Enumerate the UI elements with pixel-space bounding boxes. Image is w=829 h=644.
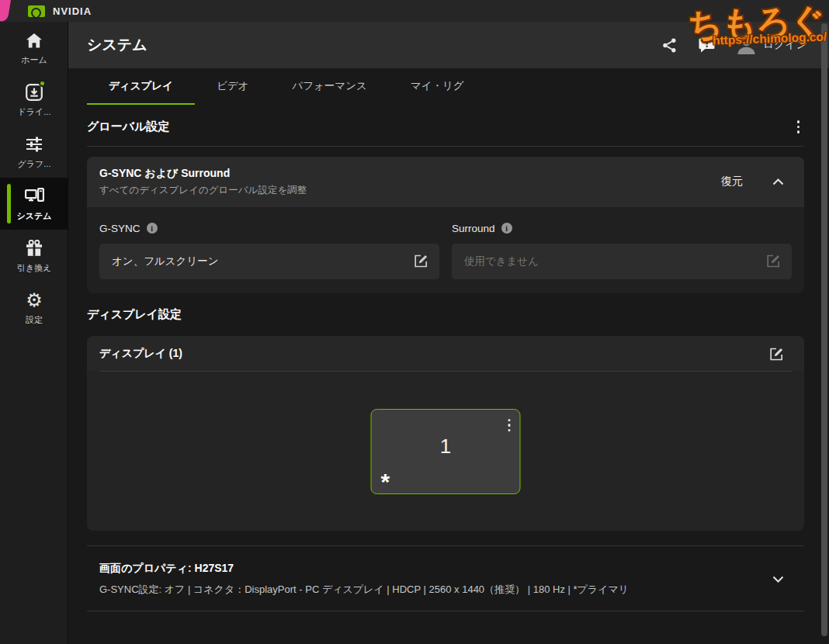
chevron-up-icon[interactable] xyxy=(772,178,784,185)
main-content: ディスプレイ ビデオ パフォーマンス マイ・リグ グローバル設定 G-SYNC … xyxy=(68,68,829,644)
home-icon xyxy=(26,31,42,50)
redeem-icon xyxy=(26,239,43,258)
scrollbar-thumb[interactable] xyxy=(821,23,827,636)
sidebar-item-label: グラフ... xyxy=(18,158,51,170)
section-title: ディスプレイ設定 xyxy=(87,307,182,322)
active-indicator xyxy=(7,184,11,223)
system-icon xyxy=(25,187,44,206)
settings-icon: ⚙ xyxy=(26,291,43,310)
monitor-number: 1 xyxy=(372,435,520,459)
gsync-surround-card-body: G-SYNC i オン、フルスクリーン Surround i xyxy=(87,207,804,293)
sidebar-item-home[interactable]: ホーム xyxy=(0,22,68,74)
info-icon[interactable]: i xyxy=(147,223,158,234)
sidebar-item-system[interactable]: システム xyxy=(0,178,68,230)
nvidia-logo-icon xyxy=(28,5,45,17)
display-card-header: ディスプレイ (1) xyxy=(87,336,804,371)
display-card: ディスプレイ (1) 1 * xyxy=(87,336,804,531)
sidebar-item-settings[interactable]: ⚙ 設定 xyxy=(0,282,68,334)
screen-properties-accordion[interactable]: 画面のプロパティ: H27S17 G-SYNC設定: オフ | コネクタ：Dis… xyxy=(87,545,804,611)
sidebar-item-graphics[interactable]: グラフ... xyxy=(0,126,68,178)
surround-value-selector: 使用できません xyxy=(452,244,792,279)
display-arrangement-canvas: 1 * xyxy=(87,372,804,531)
primary-display-marker: * xyxy=(381,469,390,495)
info-icon[interactable]: i xyxy=(501,223,512,234)
vertical-scrollbar[interactable] xyxy=(820,22,828,641)
nvidia-app-window: NVIDIA ホーム ドライ... グラフ... xyxy=(0,0,829,644)
sidebar: ホーム ドライ... グラフ... システム 引き換え xyxy=(0,22,68,644)
card-title: G-SYNC および Surround xyxy=(99,167,307,181)
section-title: グローバル設定 xyxy=(87,119,169,134)
display-card-title: ディスプレイ (1) xyxy=(99,347,182,361)
sidebar-item-label: ホーム xyxy=(21,54,47,66)
gsync-surround-card: G-SYNC および Surround すべてのディスプレイのグローバル設定を調… xyxy=(87,157,804,293)
edit-icon-disabled xyxy=(766,254,781,268)
tab-display[interactable]: ディスプレイ xyxy=(87,68,195,105)
app-name: NVIDIA xyxy=(53,5,92,17)
gsync-value: オン、フルスクリーン xyxy=(112,254,219,268)
sidebar-item-label: 設定 xyxy=(26,314,43,326)
sidebar-item-redeem[interactable]: 引き換え xyxy=(0,230,68,282)
edit-icon[interactable] xyxy=(414,254,428,268)
gsync-value-selector[interactable]: オン、フルスクリーン xyxy=(99,244,439,279)
tab-video[interactable]: ビデオ xyxy=(195,68,270,105)
sidebar-item-drivers[interactable]: ドライ... xyxy=(0,74,68,126)
card-subtitle: すべてのディスプレイのグローバル設定を調整 xyxy=(99,184,307,197)
driver-icon xyxy=(26,83,43,102)
monitor-1-box[interactable]: 1 * xyxy=(371,409,521,494)
gsync-field-group: G-SYNC i オン、フルスクリーン xyxy=(99,218,439,279)
surround-field-group: Surround i 使用できません xyxy=(452,218,792,279)
chevron-down-icon[interactable] xyxy=(772,576,784,583)
screen-properties-title: 画面のプロパティ: H27S17 xyxy=(99,562,629,576)
tab-bar: ディスプレイ ビデオ パフォーマンス マイ・リグ xyxy=(87,68,804,105)
sidebar-item-label: ドライ... xyxy=(18,106,51,118)
screen-properties-details: G-SYNC設定: オフ | コネクタ：DisplayPort - PC ディス… xyxy=(99,583,629,597)
driver-update-badge xyxy=(39,80,46,87)
edit-icon[interactable] xyxy=(769,347,784,362)
surround-value: 使用できません xyxy=(464,254,539,268)
sidebar-item-label: 引き換え xyxy=(17,262,52,274)
monitor-kebab-menu-icon[interactable] xyxy=(506,417,512,434)
page-title: システム xyxy=(87,35,147,55)
tab-performance[interactable]: パフォーマンス xyxy=(270,68,388,105)
tab-my-rig[interactable]: マイ・リグ xyxy=(389,68,486,105)
restore-button[interactable]: 復元 xyxy=(721,175,743,189)
kebab-menu-icon[interactable] xyxy=(796,119,802,135)
gsync-field-label: G-SYNC xyxy=(99,223,140,234)
gsync-surround-card-header: G-SYNC および Surround すべてのディスプレイのグローバル設定を調… xyxy=(87,157,804,207)
global-settings-section-header: グローバル設定 xyxy=(87,105,804,147)
display-settings-section-header: ディスプレイ設定 xyxy=(87,293,804,333)
graphics-icon xyxy=(26,135,43,154)
surround-field-label: Surround xyxy=(452,223,495,234)
sidebar-item-label: システム xyxy=(16,210,51,222)
share-icon[interactable] xyxy=(661,37,678,54)
